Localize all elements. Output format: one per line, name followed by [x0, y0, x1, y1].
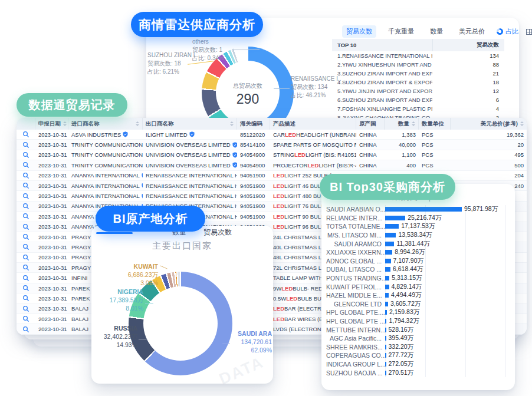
cell[interactable] — [17, 295, 35, 302]
cell[interactable] — [17, 326, 35, 333]
bar-row[interactable]: XXLIAXXE IXXERN...8,994.26万 — [326, 248, 508, 257]
cell[interactable] — [17, 151, 35, 159]
bar-row[interactable]: GLENCORE LTD3,605.72万 — [326, 300, 508, 309]
top10-row[interactable]: 2.YIWU XINHUESHUN IMPORT AND88 — [332, 60, 504, 69]
cell[interactable] — [17, 203, 35, 210]
cell[interactable] — [17, 141, 35, 148]
column-header-2[interactable]: 进口商名称 — [68, 118, 143, 130]
search-icon[interactable] — [22, 315, 29, 322]
bar-row[interactable]: ADNOC GLOBAL ...7,107.90万 — [326, 257, 508, 266]
column-header-7[interactable]: 数量 — [385, 118, 419, 130]
cell: 20 — [451, 141, 527, 148]
bar-row[interactable]: RELIANCE INTER...25,216.74万 — [326, 214, 508, 223]
bar-row[interactable]: INDICAA GROUP L...272.05万 — [326, 360, 508, 369]
bar-row[interactable]: SUZHOU BAOJIA ...270.51万 — [326, 368, 508, 377]
search-icon[interactable] — [22, 243, 29, 250]
bar-row[interactable]: KUWAIT PETROL...4,829.14万 — [326, 282, 508, 291]
bar-row[interactable]: METTUBE INTERN...528.16万 — [326, 325, 508, 334]
search-icon[interactable] — [22, 223, 29, 230]
search-icon[interactable] — [22, 305, 29, 312]
top30-bar-chart: SAUDI ARABIAN O...95,871.98万RELIANCE INT… — [326, 205, 508, 377]
cell[interactable] — [17, 182, 35, 189]
cell[interactable] — [17, 213, 35, 220]
top10-row[interactable]: 4.SUZHOU ZIRAN IMPORT & EXPORT CO.LTD18 — [332, 78, 504, 87]
sort-icon[interactable] — [230, 121, 234, 126]
cell[interactable] — [17, 131, 35, 138]
cell[interactable] — [17, 264, 35, 271]
supplier-tab-2[interactable]: 数量 — [426, 25, 447, 38]
bar-label: METTUBE INTERN... — [326, 326, 385, 334]
top10-row[interactable]: 6.SUZHOU ZIRAN IMPORT AND EXPORT6 — [332, 95, 504, 104]
verified-shield-icon — [123, 131, 128, 137]
table-row[interactable]: 2023-10-31TRINITY COMMUNICATIONSUNIVISIO… — [17, 140, 527, 150]
top10-row[interactable]: 7.FOSHAN XINLIANGHE PLASTIC PRODUCTS4 — [332, 104, 504, 113]
search-icon[interactable] — [22, 151, 29, 159]
bar-row[interactable]: HPL GLOBAL PTE ...1,794.32万 — [326, 317, 508, 326]
cell[interactable] — [17, 243, 35, 250]
callout-renaissance: RENAIISSANCE I.. 贸易次数: 134 占比: 46.21% — [291, 75, 341, 100]
search-icon[interactable] — [22, 275, 29, 282]
search-icon[interactable] — [22, 285, 29, 292]
top10-row[interactable]: 1.RENAIISSANCE INTERNATIONAL HK134 — [332, 51, 504, 60]
cell[interactable] — [17, 315, 35, 322]
bar-value: 25,216.74万 — [408, 214, 441, 222]
cell[interactable] — [17, 233, 35, 240]
search-icon[interactable] — [22, 233, 29, 240]
bar-row[interactable]: COPERAGUAS CO...277.72万 — [326, 351, 508, 360]
bar-row[interactable]: PONTUS TRADING...5,313.15万 — [326, 274, 508, 283]
search-icon[interactable] — [22, 193, 29, 200]
cell[interactable] — [17, 223, 35, 230]
search-icon[interactable] — [22, 131, 29, 138]
supplier-tab-0[interactable]: 贸易次数 — [342, 25, 376, 38]
cell[interactable] — [17, 285, 35, 292]
bar-row[interactable]: SHREE RAMKRIS...332.20万 — [326, 343, 508, 352]
bar-row[interactable]: TOTSA TOTALENE...17,137.53万 — [326, 222, 508, 231]
supplier-action-ratio[interactable]: 占比 — [497, 27, 518, 36]
cell[interactable] — [17, 305, 35, 312]
bar-row[interactable]: DUBAI, LITASCO ...6,618.44万 — [326, 265, 508, 274]
column-header-1[interactable]: 申报日期 — [35, 118, 68, 130]
search-icon[interactable] — [22, 172, 29, 179]
search-icon[interactable] — [22, 182, 29, 189]
cell[interactable] — [17, 275, 35, 282]
search-icon[interactable] — [22, 213, 29, 220]
top10-table: TOP 10 贸易次数 1.RENAIISSANCE INTERNATIONAL… — [332, 39, 504, 122]
column-header-9[interactable]: 美元总价(参考) — [451, 118, 527, 130]
sort-icon[interactable] — [412, 121, 415, 126]
bar-row[interactable]: SAUDI ARAMCO11,381.44万 — [326, 239, 508, 248]
top10-row[interactable]: 3.SUZHOU ZIRAN IMPORT AND EXPORT CO.21 — [332, 69, 504, 78]
search-icon[interactable] — [22, 161, 29, 169]
search-icon[interactable] — [22, 141, 29, 148]
search-icon[interactable] — [22, 203, 29, 210]
cell[interactable] — [17, 254, 35, 261]
bar-row[interactable]: HAZEL MIDDLE E...4,494.49万 — [326, 291, 508, 300]
search-icon[interactable] — [22, 254, 29, 261]
table-row[interactable]: 2023-10-31TRINITY COMMUNICATIONSUNIVISIO… — [17, 160, 527, 170]
bar-row[interactable]: AGC Asia Pacific...395.49万 — [326, 334, 508, 343]
bar — [385, 267, 390, 272]
supplier-tab-1[interactable]: 千克重量 — [384, 25, 418, 38]
table-row[interactable]: 2023-10-31TRINITY COMMUNICATIONSUNIVISIO… — [17, 150, 527, 160]
cell[interactable] — [17, 172, 35, 179]
supplier-action-detail[interactable]: 明细 — [526, 27, 532, 36]
bar-label: RELIANCE INTER... — [326, 214, 385, 222]
search-icon[interactable] — [22, 326, 29, 333]
search-icon[interactable] — [22, 264, 29, 271]
sort-icon[interactable] — [136, 121, 139, 126]
bar-row[interactable]: M/S. LITASCO MI...13,538.34万 — [326, 231, 508, 240]
cell[interactable] — [17, 193, 35, 200]
sort-icon[interactable] — [63, 121, 67, 126]
sort-icon[interactable] — [520, 121, 524, 126]
search-icon[interactable] — [22, 295, 29, 302]
callout-line — [139, 339, 147, 339]
cell[interactable] — [17, 161, 35, 169]
origin-tab-1[interactable]: 贸易次数 — [203, 227, 232, 237]
bar-row[interactable]: HPL GLOBAL PTE....2,159.83万 — [326, 308, 508, 317]
table-row[interactable]: 2023-10-31ASVA INDUSTRIESILIGHT LIMITED8… — [17, 130, 527, 140]
bar — [385, 207, 462, 212]
top10-row[interactable]: 5.YIWU JINJIN IMPORT AND EXPORT CO12 — [332, 87, 504, 95]
origin-donut-chart[interactable] — [129, 272, 232, 375]
column-header-3[interactable]: 出口商名称 — [143, 118, 237, 130]
bar-row[interactable]: SAUDI ARABIAN O...95,871.98万 — [326, 205, 508, 214]
supplier-tab-3[interactable]: 美元总价 — [455, 25, 489, 38]
